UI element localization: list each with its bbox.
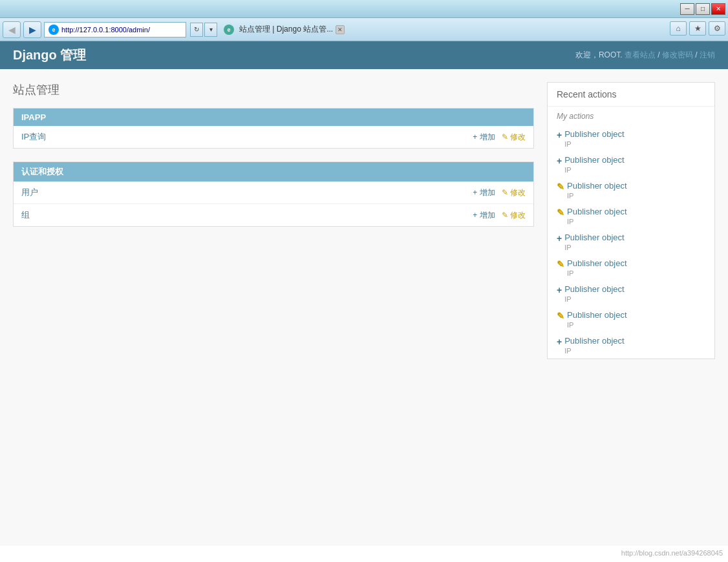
action-item-type-7: IP (567, 321, 573, 329)
browser-window: ─ □ ✕ ◀ ▶ e http://127.0.0.1:8000/admin/… (0, 0, 728, 562)
action-item-link-7[interactable]: Publisher object (567, 310, 705, 320)
ipquery-change-link[interactable]: ✎ 修改 (502, 132, 526, 143)
change-icon-7: ✎ (557, 311, 564, 321)
action-item-content-4: Publisher object IP (564, 233, 705, 252)
action-item-type-2: IP (567, 192, 573, 200)
action-item-0: + Publisher object IP (548, 126, 714, 152)
user-info: 欢迎，ROOT. 查看站点 / 修改密码 / 注销 (575, 50, 715, 61)
action-item-link-0[interactable]: Publisher object (564, 129, 705, 139)
address-bar[interactable]: e http://127.0.0.1:8000/admin/ (44, 22, 186, 37)
add-icon-0: + (557, 130, 562, 140)
change-icon-2: ✎ (557, 182, 564, 192)
module-row-ipquery: IP查询 + 增加 ✎ 修改 (14, 126, 533, 148)
ipquery-link[interactable]: IP查询 (21, 131, 473, 143)
recent-actions-title: Recent actions (548, 83, 714, 107)
add-icon-8: + (557, 337, 562, 347)
action-item-content-6: Publisher object IP (564, 284, 705, 304)
address-text: http://127.0.0.1:8000/admin/ (61, 26, 182, 34)
dropdown-button[interactable]: ▾ (204, 23, 217, 37)
admin-content: 站点管理 IPAPP IP查询 + 增加 ✎ 修改 认证和授权 (0, 69, 728, 546)
home-button[interactable]: ⌂ (670, 21, 687, 36)
favorites-button[interactable]: ★ (689, 21, 706, 36)
action-item-type-3: IP (567, 218, 573, 225)
toolbar-right: ⌂ ★ ⚙ (670, 21, 725, 37)
close-button[interactable]: ✕ (711, 3, 725, 15)
action-item-content-2: Publisher object IP (567, 181, 705, 200)
module-row-user: 用户 + 增加 ✎ 修改 (14, 182, 533, 204)
settings-button[interactable]: ⚙ (709, 21, 725, 36)
add-icon-4: + (557, 233, 562, 244)
change-password-link[interactable]: 修改密码 (662, 50, 693, 59)
refresh-button[interactable]: ↻ (190, 23, 203, 37)
action-item-7: ✎ Publisher object IP (548, 307, 714, 333)
add-icon-1: + (557, 156, 562, 166)
sep1: / (658, 50, 662, 59)
action-item-content-1: Publisher object IP (564, 155, 705, 174)
admin-main: 站点管理 IPAPP IP查询 + 增加 ✎ 修改 认证和授权 (13, 82, 534, 533)
action-item-type-5: IP (567, 269, 573, 277)
page-icon: e (48, 25, 59, 35)
action-item-link-1[interactable]: Publisher object (564, 155, 705, 165)
page-title: 站点管理 (13, 82, 534, 98)
ipquery-add-link[interactable]: + 增加 (473, 132, 495, 143)
action-item-6: + Publisher object IP (548, 281, 714, 307)
module-auth: 认证和授权 用户 + 增加 ✎ 修改 组 + 增加 ✎ 修改 (13, 161, 534, 227)
action-item-link-3[interactable]: Publisher object (567, 207, 705, 216)
view-site-link[interactable]: 查看站点 (625, 50, 656, 59)
logout-link[interactable]: 注销 (700, 50, 715, 59)
action-item-content-5: Publisher object IP (567, 258, 705, 278)
action-item-type-0: IP (564, 140, 571, 148)
action-item-link-5[interactable]: Publisher object (567, 258, 705, 268)
action-item-link-2[interactable]: Publisher object (567, 181, 705, 191)
admin-header: Django 管理 欢迎，ROOT. 查看站点 / 修改密码 / 注销 (0, 41, 728, 69)
tab2-favicon: e (224, 25, 234, 35)
forward-button[interactable]: ▶ (23, 21, 41, 38)
module-row-group: 组 + 增加 ✎ 修改 (14, 204, 533, 226)
action-item-type-6: IP (564, 295, 571, 303)
action-item-1: + Publisher object IP (548, 152, 714, 178)
nav-controls: ↻ ▾ (190, 23, 217, 37)
action-item-3: ✎ Publisher object IP (548, 203, 714, 229)
group-change-link[interactable]: ✎ 修改 (502, 210, 526, 221)
recent-actions-panel: Recent actions My actions + Publisher ob… (547, 82, 715, 359)
admin-title: Django 管理 (13, 47, 86, 64)
action-item-link-8[interactable]: Publisher object (564, 336, 705, 346)
nav-bar: ◀ ▶ e http://127.0.0.1:8000/admin/ ↻ ▾ e… (0, 18, 728, 41)
action-item-content-7: Publisher object IP (567, 310, 705, 329)
action-item-4: + Publisher object IP (548, 229, 714, 255)
my-actions-label: My actions (548, 107, 714, 126)
user-link[interactable]: 用户 (21, 187, 473, 198)
action-item-link-6[interactable]: Publisher object (564, 284, 705, 294)
action-item-2: ✎ Publisher object IP (548, 178, 714, 203)
maximize-button[interactable]: □ (696, 3, 710, 15)
action-item-link-4[interactable]: Publisher object (564, 233, 705, 242)
sep2: / (695, 50, 700, 59)
group-actions: + 增加 ✎ 修改 (473, 210, 526, 221)
action-item-type-1: IP (564, 166, 571, 174)
module-ipapp: IPAPP IP查询 + 增加 ✎ 修改 (13, 108, 534, 149)
change-icon-5: ✎ (557, 259, 564, 269)
ipquery-actions: + 增加 ✎ 修改 (473, 132, 526, 143)
module-header-auth: 认证和授权 (14, 162, 533, 182)
title-bar: ─ □ ✕ (0, 0, 728, 18)
user-add-link[interactable]: + 增加 (473, 187, 495, 198)
welcome-text: 欢迎，ROOT. (575, 50, 623, 59)
admin-sidebar: Recent actions My actions + Publisher ob… (547, 82, 715, 533)
action-item-type-8: IP (564, 347, 571, 355)
group-add-link[interactable]: + 增加 (473, 210, 495, 221)
minimize-button[interactable]: ─ (680, 3, 694, 15)
action-item-content-8: Publisher object IP (564, 336, 705, 355)
tab-close-button[interactable]: ✕ (336, 25, 345, 34)
action-item-5: ✎ Publisher object IP (548, 255, 714, 281)
group-link[interactable]: 组 (21, 209, 473, 221)
user-change-link[interactable]: ✎ 修改 (502, 187, 526, 198)
watermark: http://blog.csdn.net/a394268045 (621, 549, 723, 557)
action-item-8: + Publisher object IP (548, 333, 714, 359)
module-header-ipapp: IPAPP (14, 109, 533, 126)
action-item-content-0: Publisher object IP (564, 129, 705, 149)
admin-page: Django 管理 欢迎，ROOT. 查看站点 / 修改密码 / 注销 站点管理… (0, 41, 728, 562)
change-icon-3: ✎ (557, 207, 564, 218)
user-actions: + 增加 ✎ 修改 (473, 187, 526, 198)
back-button[interactable]: ◀ (3, 21, 21, 38)
window-controls: ─ □ ✕ (680, 3, 725, 15)
